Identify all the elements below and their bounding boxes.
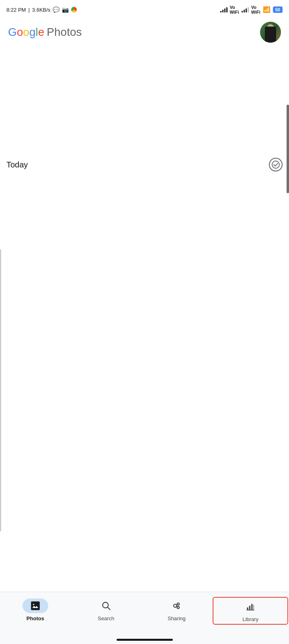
search-icon-wrapper <box>93 599 119 613</box>
google-photos-logo: Google Photos <box>8 26 82 39</box>
svg-rect-10 <box>247 607 248 610</box>
scroll-indicator <box>287 105 289 193</box>
separator: | <box>28 7 29 13</box>
signal-bars-1 <box>220 7 228 12</box>
sharing-icon <box>171 601 182 611</box>
speed: 3.6KB/s <box>32 7 51 13</box>
today-section: Today <box>0 151 289 175</box>
status-bar: 8:22 PM | 3.6KB/s 💬 📷 VoWiFi VoWiFi 📶 <box>0 0 289 18</box>
select-all-button[interactable] <box>269 158 283 171</box>
search-label: Search <box>98 615 114 621</box>
search-icon <box>101 601 111 611</box>
svg-line-4 <box>107 607 110 610</box>
chrome-icon <box>71 7 77 12</box>
instagram-icon: 📷 <box>62 6 69 13</box>
whatsapp-icon: 💬 <box>53 6 59 13</box>
today-label: Today <box>6 160 28 169</box>
battery-indicator: 50 <box>273 6 283 13</box>
vo-wifi-2: VoWiFi <box>251 5 260 14</box>
tab-library[interactable]: Library <box>213 597 288 625</box>
tab-photos[interactable]: Photos <box>0 597 71 623</box>
time: 8:22 PM <box>6 7 26 13</box>
status-right: VoWiFi VoWiFi 📶 50 <box>220 5 283 14</box>
status-left: 8:22 PM | 3.6KB/s 💬 📷 <box>6 6 77 13</box>
wifi-icon: 📶 <box>263 6 271 13</box>
svg-line-9 <box>176 607 177 607</box>
tab-sharing[interactable]: Sharing <box>141 597 212 623</box>
vo-wifi-1: VoWiFi <box>230 5 239 14</box>
photos-icon <box>30 601 41 611</box>
svg-rect-12 <box>251 604 252 610</box>
bottom-nav: Photos Search Sharing <box>0 592 289 644</box>
app-header: Google Photos <box>0 18 289 47</box>
sharing-label: Sharing <box>168 615 186 621</box>
library-icon <box>245 601 256 612</box>
svg-point-5 <box>174 604 177 607</box>
home-indicator <box>117 639 173 641</box>
svg-rect-1 <box>31 601 40 610</box>
avatar-image <box>260 22 281 43</box>
google-logo-text: Google <box>8 26 44 39</box>
library-icon-wrapper <box>238 599 263 614</box>
sharing-icon-wrapper <box>164 599 189 613</box>
svg-point-2 <box>33 604 34 605</box>
svg-line-8 <box>176 605 177 605</box>
photos-icon-wrapper <box>23 599 48 613</box>
svg-rect-13 <box>254 605 254 610</box>
checkmark-icon <box>272 161 280 169</box>
svg-rect-11 <box>249 606 250 610</box>
signal-bars-2 <box>242 7 249 12</box>
left-border-line <box>0 250 1 531</box>
photos-label: Photos <box>27 615 44 621</box>
user-avatar[interactable] <box>260 22 281 43</box>
library-label: Library <box>242 616 258 622</box>
photos-text: Photos <box>47 26 82 39</box>
tab-search[interactable]: Search <box>71 597 141 623</box>
svg-point-0 <box>272 161 279 168</box>
